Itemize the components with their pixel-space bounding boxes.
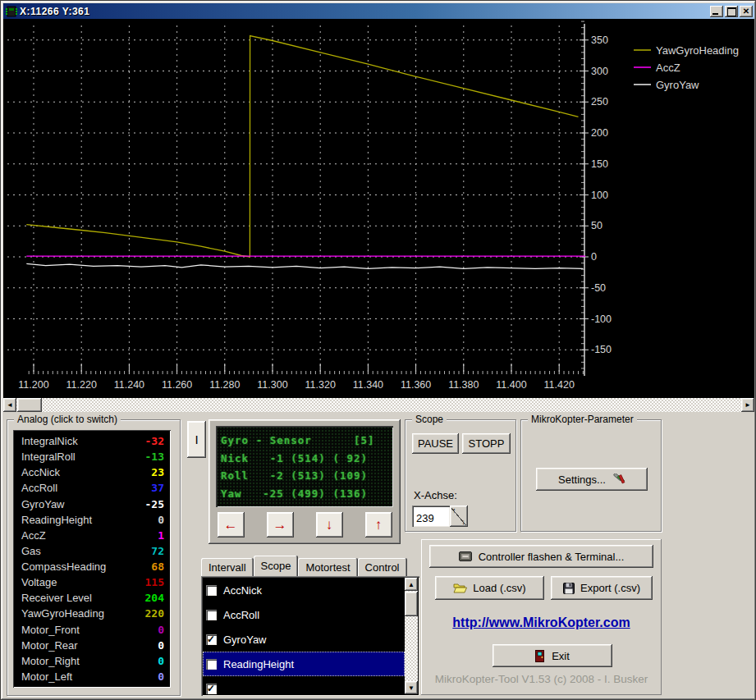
analog-row[interactable]: CompassHeading 68 — [15, 559, 169, 574]
svg-text:11.360: 11.360 — [401, 379, 431, 391]
svg-text:300: 300 — [591, 66, 608, 77]
chart-hscrollbar[interactable] — [3, 398, 754, 412]
flash-terminal-button[interactable]: Controller flashen & Terminal... — [429, 545, 653, 568]
analog-row[interactable]: IntegralNick -32 — [15, 433, 169, 449]
app-chip-icon — [6, 6, 17, 17]
signal-row[interactable]: AccRoll — [203, 602, 405, 627]
checkbox-icon[interactable] — [206, 610, 217, 620]
x-axis-input[interactable] — [412, 506, 450, 527]
analog-row[interactable]: Motor_Left 0 — [15, 669, 169, 684]
analog-row-label: Gas — [21, 545, 41, 557]
analog-row-value: 204 — [145, 592, 164, 604]
window-title: X:11266 Y:361 — [20, 6, 89, 17]
pause-button[interactable]: PAUSE — [412, 433, 459, 454]
signal-vscrollbar[interactable] — [405, 578, 418, 694]
analog-row[interactable]: AccNick 23 — [15, 464, 169, 480]
analog-row-value: 23 — [151, 466, 164, 478]
scroll-right-icon[interactable] — [741, 398, 754, 412]
spin-up-icon[interactable]: ↑ — [452, 506, 456, 515]
version-text: MikroKopter-Tool V1.53 (c) 2008 - I. Bus… — [421, 673, 662, 685]
svg-text:11.200: 11.200 — [18, 379, 48, 391]
signal-row[interactable]: AccNick — [203, 578, 405, 602]
settings-button[interactable]: Settings... — [536, 468, 648, 491]
signal-row-label: AccRoll — [223, 609, 259, 621]
analog-row[interactable]: AccRoll 37 — [15, 480, 169, 496]
analog-row-label: IntegralNick — [21, 435, 78, 447]
signal-row[interactable]: GyroYaw — [203, 627, 405, 652]
lcd-up-button[interactable] — [365, 512, 392, 538]
analog-row-label: Motor_Rear — [21, 639, 78, 652]
mikrokopter-link[interactable]: http://www.MikroKopter.com — [421, 615, 662, 630]
settings-button-label: Settings... — [558, 474, 606, 486]
analog-row-label: AccNick — [21, 466, 60, 478]
analog-row[interactable]: Motor_Front 0 — [15, 622, 169, 638]
signal-row-label: GyroYaw — [223, 634, 267, 646]
checkbox-icon[interactable] — [206, 684, 217, 694]
signal-row-label: ReadingHeight — [223, 658, 294, 670]
export-csv-button[interactable]: Export (.csv) — [551, 576, 653, 600]
open-folder-icon — [453, 583, 467, 593]
terminal-icon — [459, 551, 472, 561]
analog-row-label: IntegralRoll — [21, 451, 76, 463]
signal-row-label: AccNick — [223, 584, 262, 597]
scroll-down-icon[interactable] — [405, 681, 418, 694]
parameter-title: MikroKopter-Parameter — [528, 414, 637, 425]
tab-control[interactable]: Control — [358, 558, 407, 576]
spin-down-icon[interactable]: ↓ — [462, 518, 466, 526]
analog-row-value: 37 — [151, 482, 164, 494]
analog-row[interactable]: AccZ 1 — [15, 528, 169, 543]
svg-text:100: 100 — [591, 190, 608, 201]
tab-scope[interactable]: Scope — [254, 556, 299, 576]
svg-text:11.320: 11.320 — [305, 379, 336, 391]
analog-row-value: 1 — [158, 529, 164, 542]
load-csv-button[interactable]: Load (.csv) — [435, 576, 544, 600]
lcd-right-button[interactable] — [267, 512, 294, 538]
scroll-left-icon[interactable] — [3, 398, 16, 412]
analog-row[interactable]: Voltage 115 — [15, 574, 169, 590]
analog-row[interactable]: IntegralRoll -13 — [15, 449, 169, 464]
main-panel: Analog (click to switch) IntegralNick -3… — [3, 412, 754, 698]
stop-button[interactable]: STOPP — [462, 433, 511, 454]
lcd-line: Gyro - Sensor [5] — [221, 432, 388, 450]
vscroll-thumb[interactable] — [405, 592, 418, 616]
checkbox-icon[interactable] — [206, 634, 217, 645]
lcd-down-button[interactable] — [316, 512, 343, 538]
minimize-button[interactable] — [710, 6, 723, 17]
flash-terminal-label: Controller flashen & Terminal... — [479, 551, 625, 563]
hscroll-thumb[interactable] — [17, 398, 42, 412]
svg-text:-100: -100 — [591, 313, 612, 325]
analog-row-value: 0 — [158, 639, 164, 652]
checkbox-icon[interactable] — [206, 585, 217, 596]
analog-row[interactable]: Gas 72 — [15, 543, 169, 559]
checkbox-icon[interactable] — [206, 659, 217, 670]
close-button[interactable] — [740, 6, 753, 17]
analog-groupbox: Analog (click to switch) IntegralNick -3… — [7, 419, 181, 696]
analog-row[interactable]: Receiver Level 204 — [15, 590, 169, 606]
analog-row-value: 72 — [151, 545, 164, 557]
analog-row[interactable]: ReadingHeight 0 — [15, 512, 169, 528]
svg-text:200: 200 — [591, 127, 608, 139]
analog-row-label: Motor_Left — [21, 670, 72, 683]
scroll-up-icon[interactable] — [405, 578, 418, 591]
x-axis-spinner[interactable]: ↑ ↓ — [450, 506, 468, 527]
analog-row-value: -25 — [145, 498, 164, 510]
svg-text:11.260: 11.260 — [162, 379, 192, 391]
analog-row[interactable]: YawGyroHeading 220 — [15, 606, 169, 621]
maximize-button[interactable] — [725, 6, 738, 17]
lcd-line: Nick -1 (514) ( 92) — [221, 450, 388, 468]
analog-row-label: CompassHeading — [21, 560, 106, 573]
signal-row[interactable]: ReadingHeight — [203, 652, 405, 676]
lcd-left-button[interactable] — [218, 512, 245, 538]
analog-row[interactable]: Motor_Rear 0 — [15, 638, 169, 653]
x-axis-spinbox: ↑ ↓ — [412, 506, 468, 527]
scope-groupbox: Scope PAUSE STOPP X-Achse: ↑ ↓ — [405, 419, 516, 532]
tab-motortest[interactable]: Motortest — [298, 558, 357, 576]
tab-intervall[interactable]: Intervall — [201, 558, 254, 576]
analog-row[interactable]: GyroYaw -25 — [15, 496, 169, 512]
parameter-groupbox: MikroKopter-Parameter Settings... — [520, 419, 662, 532]
i-button[interactable]: I — [187, 421, 206, 458]
exit-button[interactable]: Exit — [493, 644, 612, 667]
svg-text:11.280: 11.280 — [209, 379, 240, 391]
signal-row[interactable] — [203, 676, 405, 694]
analog-row[interactable]: Motor_Right 0 — [15, 653, 169, 669]
